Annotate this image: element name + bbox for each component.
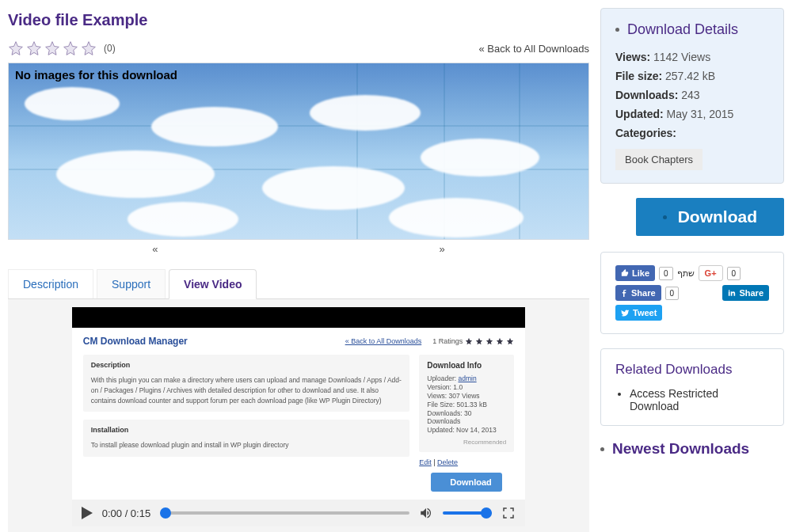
hero-overlay-text: No images for this download	[15, 68, 177, 82]
star-icon	[506, 337, 514, 345]
star-icon	[8, 40, 24, 56]
tab-panel-view-video: CM Download Manager « Back to All Downlo…	[8, 299, 589, 532]
carousel-prev[interactable]: «	[152, 243, 158, 255]
fullscreen-icon[interactable]	[501, 506, 516, 520]
facebook-like-button[interactable]: Like	[615, 265, 655, 281]
star-icon	[63, 40, 78, 56]
back-to-downloads-link[interactable]: « Back to All Downloads	[479, 43, 589, 55]
detail-categories: Categories:	[615, 127, 769, 139]
newest-downloads-heading: Newest Downloads	[612, 440, 749, 458]
star-icon	[26, 40, 42, 56]
inner-installation-heading: Installation	[91, 426, 402, 434]
rating-stars[interactable]: (0)	[8, 40, 116, 56]
star-icon	[496, 337, 504, 345]
social-panel: Like 0 שתף G+ 0 Share 0 Share	[600, 252, 784, 334]
inner-rating: 1 Ratings	[432, 337, 514, 345]
inner-back-link[interactable]: « Back to All Downloads	[345, 337, 422, 345]
like-count: 0	[659, 267, 673, 280]
edit-link[interactable]: Edit	[419, 458, 432, 466]
google-plus-button[interactable]: G+	[699, 265, 723, 281]
page-title: Video file Example	[8, 11, 589, 29]
inner-installation-text: To install please download plugin and in…	[91, 440, 402, 450]
rating-count: (0)	[104, 43, 116, 54]
tab-support[interactable]: Support	[97, 269, 166, 298]
video-player[interactable]: CM Download Manager « Back to All Downlo…	[72, 307, 526, 526]
info-downloads: Downloads: 30 Downloads	[427, 409, 506, 425]
tabs: Description Support View Video	[8, 269, 589, 299]
info-uploader: Uploader: admin	[427, 374, 506, 382]
share-count: 0	[665, 287, 680, 300]
detail-updated: Updated: May 31, 2015	[615, 108, 769, 120]
gplus-count: 0	[727, 267, 741, 280]
video-controls: 0:00 / 0:15	[72, 500, 526, 526]
related-item[interactable]: Access Restricted Download	[630, 387, 769, 412]
related-heading: Related Downloads	[615, 362, 732, 378]
facebook-share-button[interactable]: Share	[615, 285, 661, 301]
download-details-panel: Download Details Views: 1142 Views File …	[600, 8, 784, 184]
thumbs-up-icon	[621, 269, 629, 277]
recommended-badge: Recommended	[427, 439, 506, 446]
facebook-icon	[621, 290, 628, 297]
linkedin-share-button[interactable]: Share	[722, 285, 769, 301]
volume-bar[interactable]	[443, 511, 492, 515]
download-info-heading: Download Info	[427, 361, 506, 370]
detail-views: Views: 1142 Views	[615, 51, 769, 63]
star-icon	[44, 40, 60, 56]
star-icon	[465, 337, 473, 345]
hebrew-share-label: שתף	[677, 268, 695, 279]
linkedin-icon	[728, 289, 736, 297]
detail-filesize: File size: 257.42 kB	[615, 70, 769, 82]
twitter-icon	[621, 309, 630, 317]
download-button[interactable]: Download	[636, 198, 784, 236]
volume-icon[interactable]	[419, 506, 433, 520]
play-icon[interactable]	[82, 507, 93, 519]
playback-time: 0:00 / 0:15	[102, 507, 150, 519]
carousel-next[interactable]: »	[440, 243, 445, 255]
related-downloads-panel: Related Downloads Access Restricted Down…	[600, 348, 784, 426]
star-icon	[485, 337, 493, 345]
inner-download-button[interactable]: Download	[431, 473, 502, 492]
inner-page-title: CM Download Manager	[83, 336, 188, 347]
info-version: Version: 1.0	[427, 383, 506, 391]
seek-bar[interactable]	[160, 511, 409, 515]
hero-image: No images for this download	[8, 63, 589, 240]
star-icon	[81, 40, 97, 56]
tab-view-video[interactable]: View Video	[169, 269, 257, 299]
uploader-link[interactable]: admin	[458, 374, 476, 382]
inner-description-text: With this plugin you can make a director…	[91, 375, 402, 405]
category-tag[interactable]: Book Chapters	[615, 149, 703, 170]
delete-link[interactable]: Delete	[437, 458, 458, 466]
inner-description-heading: Description	[91, 361, 402, 369]
detail-downloads: Downloads: 243	[615, 89, 769, 101]
tab-description[interactable]: Description	[8, 269, 93, 298]
info-views: Views: 307 Views	[427, 392, 506, 400]
star-icon	[475, 337, 483, 345]
info-updated: Updated: Nov 14, 2013	[427, 426, 506, 434]
info-filesize: File Size: 501.33 kB	[427, 401, 506, 408]
download-details-heading: Download Details	[627, 21, 738, 38]
tweet-button[interactable]: Tweet	[615, 305, 662, 321]
